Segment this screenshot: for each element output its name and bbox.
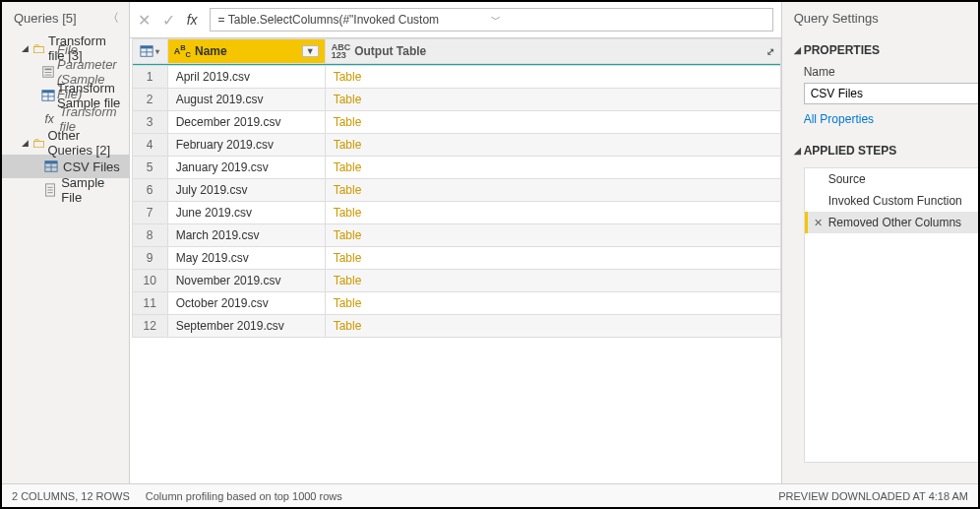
cell-output[interactable]: Table [325, 134, 780, 157]
table-row[interactable]: 9May 2019.csvTable [132, 247, 780, 270]
queries-pane: Queries [5] 〈 ◢ 🗀 Transform file [3] Fil… [2, 2, 130, 483]
table-row[interactable]: 3December 2019.csvTable [132, 111, 780, 134]
type-any-icon: ABC123 [332, 43, 351, 59]
all-properties-link[interactable]: All Properties [794, 104, 874, 130]
filter-dropdown-icon[interactable]: ▼ [302, 45, 319, 57]
formula-input[interactable]: = Table.SelectColumns(#"Invoked Custom ﹀ [210, 8, 773, 32]
table-row[interactable]: 12September 2019.csvTable [132, 315, 780, 338]
query-name-input[interactable] [804, 83, 978, 104]
delete-step-icon[interactable]: ✕ [814, 217, 823, 229]
row-number: 5 [132, 157, 167, 179]
row-number: 4 [132, 134, 167, 157]
accept-formula-icon[interactable]: ✓ [162, 11, 175, 30]
applied-steps-list: Source⚙Invoked Custom Function⚙✕Removed … [804, 167, 978, 463]
cell-output[interactable]: Table [325, 157, 780, 179]
row-number: 1 [132, 66, 167, 89]
table-row[interactable]: 2August 2019.csvTable [132, 89, 780, 111]
cell-output[interactable]: Table [325, 292, 780, 315]
folder-icon: 🗀 [31, 40, 46, 56]
cell-output[interactable]: Table [325, 247, 780, 270]
properties-section-title[interactable]: ◢ PROPERTIES [794, 37, 978, 63]
select-all-corner[interactable]: ▾ [132, 39, 167, 64]
cell-output[interactable]: Table [325, 111, 780, 134]
queries-title: Queries [5] [14, 11, 107, 26]
row-number: 7 [132, 202, 167, 224]
cell-name[interactable]: July 2019.csv [167, 179, 325, 202]
tree-group-other[interactable]: ◢ 🗀 Other Queries [2] [2, 131, 129, 155]
cell-name[interactable]: November 2019.csv [167, 270, 325, 292]
cell-name[interactable]: March 2019.csv [167, 224, 325, 247]
column-header-output[interactable]: ABC123 Output Table ⤢ [325, 39, 780, 64]
table-icon [41, 159, 61, 173]
queries-header: Queries [5] 〈 [2, 2, 129, 34]
table-row[interactable]: 4February 2019.csvTable [132, 134, 780, 157]
type-text-icon: ABC [174, 44, 191, 59]
collapse-icon[interactable]: 〈 [107, 10, 119, 27]
cell-output[interactable]: Table [325, 179, 780, 202]
data-table: ▾ ABC Name ▼ ABC123 Out [132, 38, 781, 338]
row-number: 9 [132, 247, 167, 270]
applied-steps-section-title[interactable]: ◢ APPLIED STEPS [794, 138, 978, 163]
sheet-icon [41, 183, 59, 197]
cell-name[interactable]: September 2019.csv [167, 315, 325, 338]
status-columns-rows: 2 COLUMNS, 12 ROWS [12, 490, 130, 502]
svg-rect-5 [42, 91, 54, 94]
data-preview: ▾ ABC Name ▼ ABC123 Out [130, 38, 781, 338]
chevron-down-icon: ◢ [794, 146, 804, 156]
formula-dropdown-icon[interactable]: ﹀ [491, 13, 765, 27]
row-number: 2 [132, 89, 167, 111]
table-row[interactable]: 5January 2019.csvTable [132, 157, 780, 179]
svg-rect-17 [141, 46, 153, 49]
table-row[interactable]: 8March 2019.csvTable [132, 224, 780, 247]
cell-name[interactable]: January 2019.csv [167, 157, 325, 179]
status-profiling: Column profiling based on top 1000 rows [146, 490, 342, 502]
table-row[interactable]: 1April 2019.csvTable [132, 66, 780, 89]
svg-rect-1 [45, 69, 52, 71]
cell-output[interactable]: Table [325, 315, 780, 338]
row-number: 3 [132, 111, 167, 134]
table-row[interactable]: 10November 2019.csvTable [132, 270, 780, 292]
cell-output[interactable]: Table [325, 89, 780, 111]
cell-output[interactable]: Table [325, 66, 780, 89]
table-row[interactable]: 7June 2019.csvTable [132, 202, 780, 224]
row-number: 10 [132, 270, 167, 292]
row-number: 12 [132, 315, 167, 338]
cell-output[interactable]: Table [325, 270, 780, 292]
row-number: 8 [132, 224, 167, 247]
chevron-down-icon: ◢ [794, 45, 804, 55]
applied-step[interactable]: Invoked Custom Function⚙ [805, 190, 978, 212]
tree-item-sample-file[interactable]: Sample File [2, 178, 129, 202]
fx-icon: fx [41, 112, 57, 126]
row-number: 11 [132, 292, 167, 315]
center-pane: ✕ ✓ fx = Table.SelectColumns(#"Invoked C… [130, 2, 781, 483]
cell-name[interactable]: October 2019.csv [167, 292, 325, 315]
cell-output[interactable]: Table [325, 202, 780, 224]
cell-name[interactable]: February 2019.csv [167, 134, 325, 157]
fx-icon[interactable]: fx [187, 12, 198, 28]
cell-output[interactable]: Table [325, 224, 780, 247]
cell-name[interactable]: May 2019.csv [167, 247, 325, 270]
expand-icon[interactable]: ⤢ [766, 46, 774, 57]
cancel-formula-icon[interactable]: ✕ [138, 11, 151, 30]
applied-step[interactable]: ✕Removed Other Columns⚙ [805, 212, 978, 233]
cell-name[interactable]: April 2019.csv [167, 66, 325, 89]
chevron-down-icon[interactable]: ◢ [22, 43, 31, 53]
column-header-name[interactable]: ABC Name ▼ [167, 39, 325, 64]
query-settings-pane: Query Settings ✕ ◢ PROPERTIES Name All P… [781, 2, 978, 483]
chevron-down-icon[interactable]: ◢ [22, 138, 31, 148]
formula-bar: ✕ ✓ fx = Table.SelectColumns(#"Invoked C… [130, 2, 781, 38]
svg-rect-3 [45, 75, 52, 76]
svg-rect-2 [45, 72, 52, 73]
name-field-label: Name [794, 63, 978, 83]
cell-name[interactable]: June 2019.csv [167, 202, 325, 224]
parameter-icon [41, 65, 55, 79]
applied-step[interactable]: Source⚙ [805, 168, 978, 190]
folder-icon: 🗀 [31, 135, 45, 151]
cell-name[interactable]: December 2019.csv [167, 111, 325, 134]
cell-name[interactable]: August 2019.csv [167, 89, 325, 111]
table-icon [41, 89, 55, 102]
status-bar: 2 COLUMNS, 12 ROWS Column profiling base… [2, 483, 978, 507]
table-row[interactable]: 11October 2019.csvTable [132, 292, 780, 315]
status-preview-time: PREVIEW DOWNLOADED AT 4:18 AM [778, 490, 968, 502]
table-row[interactable]: 6July 2019.csvTable [132, 179, 780, 202]
